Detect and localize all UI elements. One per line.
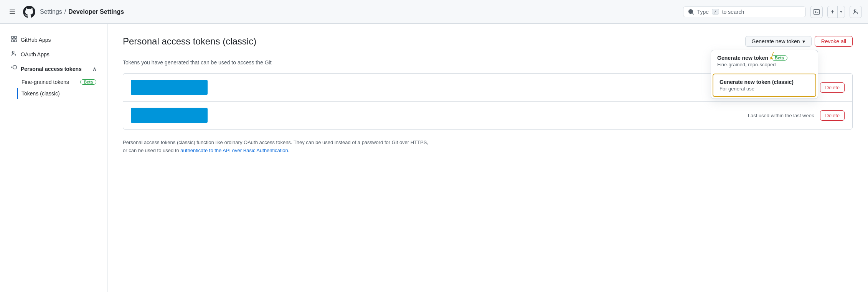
footer-description: Personal access tokens (classic) functio… — [123, 139, 430, 155]
sidebar: GitHub Apps OAuth Apps Personal access t… — [0, 24, 107, 292]
page-header: Personal access tokens (classic) Generat… — [123, 36, 853, 47]
plus-icon[interactable]: + — [828, 6, 837, 18]
footer-auth-link[interactable]: authenticate to the API over Basic Authe… — [180, 148, 289, 153]
dropdown-arrow-icon[interactable]: ▾ — [837, 6, 845, 18]
dropdown-item-fine-grained-title: Generate new token Beta — [717, 55, 812, 61]
new-menu-button[interactable]: + ▾ — [827, 6, 845, 18]
dropdown-beta-badge: Beta — [771, 55, 787, 61]
breadcrumb-separator: / — [64, 8, 66, 15]
breadcrumb-current: Developer Settings — [68, 8, 124, 15]
header-actions: Generate new token ▾ Revoke all Generate… — [745, 36, 853, 47]
dropdown-item-fine-grained[interactable]: Generate new token Beta Fine-grained, re… — [711, 50, 818, 72]
settings-link[interactable]: Settings — [40, 8, 62, 15]
table-row: Last used within the last week Delete — [123, 102, 852, 129]
generate-token-button[interactable]: Generate new token ▾ — [745, 36, 812, 47]
dropdown-item-classic-title: Generate new token (classic) — [719, 79, 809, 85]
delete-token-1-button[interactable]: Delete — [820, 82, 845, 93]
search-icon — [688, 9, 694, 15]
sidebar-item-tokens-classic-label: Tokens (classic) — [21, 90, 60, 97]
main-layout: GitHub Apps OAuth Apps Personal access t… — [0, 24, 868, 292]
page-title: Personal access tokens (classic) — [123, 36, 256, 47]
sidebar-item-oauth-apps[interactable]: OAuth Apps — [6, 48, 101, 61]
revoke-all-button[interactable]: Revoke all — [815, 36, 853, 47]
delete-label-1: Delete — [825, 85, 840, 90]
chevron-up-icon: ∧ — [92, 66, 96, 72]
dropdown-caret-icon: ▾ — [802, 38, 805, 44]
dropdown-item-fine-grained-subtitle: Fine-grained, repo-scoped — [717, 62, 812, 67]
person-icon — [11, 51, 17, 58]
token-block-2 — [131, 108, 208, 123]
sidebar-item-fine-grained-tokens[interactable]: Fine-grained tokens Beta — [17, 77, 101, 87]
sidebar-item-oauth-apps-label: OAuth Apps — [21, 51, 50, 57]
apps-icon — [11, 36, 17, 44]
footer-text2: used to — [163, 148, 180, 153]
generate-token-label: Generate new token — [752, 38, 800, 44]
top-navigation: Settings / Developer Settings Type / to … — [0, 0, 868, 24]
hamburger-menu[interactable] — [6, 6, 18, 18]
beta-badge: Beta — [80, 79, 96, 85]
terminal-button[interactable] — [810, 6, 823, 18]
sidebar-item-fine-grained-label: Fine-grained tokens — [21, 79, 69, 85]
delete-token-2-button[interactable]: Delete — [820, 110, 845, 121]
main-content: Personal access tokens (classic) Generat… — [107, 24, 868, 292]
dropdown-item-classic[interactable]: Generate new token (classic) For general… — [713, 74, 816, 97]
dropdown-item-classic-subtitle: For general use — [719, 86, 809, 92]
key-icon — [11, 65, 17, 73]
search-suffix: to search — [722, 9, 744, 15]
sidebar-item-github-apps-label: GitHub Apps — [21, 37, 51, 43]
delete-label-2: Delete — [825, 113, 840, 118]
search-kbd: / — [712, 9, 719, 15]
token-block-1 — [131, 80, 208, 95]
user-avatar[interactable] — [850, 6, 862, 18]
sidebar-item-github-apps[interactable]: GitHub Apps — [6, 33, 101, 47]
sidebar-item-personal-access-tokens[interactable]: Personal access tokens ∧ — [6, 62, 101, 76]
sidebar-item-pat-label: Personal access tokens — [21, 66, 82, 72]
search-bar[interactable]: Type / to search — [683, 7, 806, 17]
search-text: Type — [697, 9, 709, 15]
sidebar-sub-menu: Fine-grained tokens Beta Tokens (classic… — [17, 77, 101, 99]
generate-token-dropdown: Generate new token Beta Fine-grained, re… — [711, 50, 818, 99]
token-last-used: Last used within the last week — [748, 113, 814, 118]
sidebar-item-tokens-classic[interactable]: Tokens (classic) — [17, 88, 101, 99]
github-logo[interactable] — [23, 6, 35, 18]
breadcrumb: Settings / Developer Settings — [40, 8, 124, 15]
revoke-all-label: Revoke all — [821, 38, 846, 44]
